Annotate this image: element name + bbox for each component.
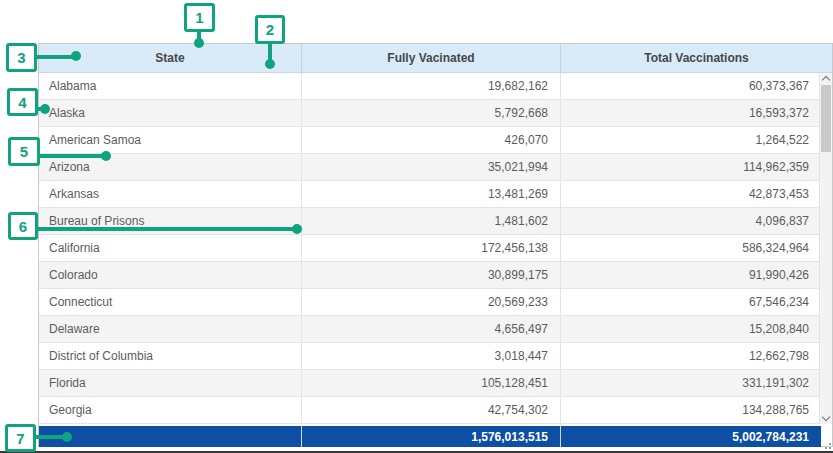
annotation-label: 7 — [16, 430, 24, 447]
cell-state: Alabama — [39, 73, 302, 99]
cell-fully-vaccinated: 4,656,497 — [302, 316, 561, 342]
cell-state: American Samoa — [39, 127, 302, 153]
annotation-label: 5 — [20, 143, 28, 160]
cell-fully-vaccinated: 3,018,447 — [302, 343, 561, 369]
annotation-marker-4: 4 — [7, 88, 38, 116]
annotation-label: 6 — [19, 218, 27, 235]
cell-state: Delaware — [39, 316, 302, 342]
cell-total-vaccinations: 586,324,964 — [561, 235, 821, 261]
cell-state: Florida — [39, 370, 302, 396]
table-row[interactable]: Alaska5,792,66816,593,372 — [39, 100, 821, 127]
annotation-marker-7: 7 — [5, 424, 36, 452]
cell-fully-vaccinated: 5,792,668 — [302, 100, 561, 126]
annotation-marker-6: 6 — [8, 212, 38, 240]
cell-fully-vaccinated: 1,481,602 — [302, 208, 561, 234]
column-header-fully-vaccinated[interactable]: Fully Vacinated — [302, 44, 561, 72]
vaccination-table: State Fully Vacinated Total Vaccinations… — [38, 43, 833, 447]
table-row[interactable]: Florida105,128,451331,191,302 — [39, 370, 821, 397]
annotation-marker-3: 3 — [6, 43, 37, 72]
annotation-connector-5 — [39, 154, 103, 158]
annotation-marker-2: 2 — [255, 15, 285, 44]
total-fully-vaccinated: 1,576,013,515 — [302, 426, 561, 447]
annotation-label: 3 — [17, 49, 25, 66]
annotation-dot-5 — [101, 151, 111, 161]
cell-state: District of Columbia — [39, 343, 302, 369]
annotation-label: 1 — [195, 9, 203, 26]
annotation-label: 2 — [266, 21, 274, 38]
table-row[interactable]: Arizona35,021,994114,962,359 — [39, 154, 821, 181]
cell-state: Alaska — [39, 100, 302, 126]
annotation-dot-6 — [292, 224, 302, 234]
scrollbar-thumb[interactable] — [821, 85, 831, 152]
table-row[interactable]: Arkansas13,481,26942,873,453 — [39, 181, 821, 208]
cell-fully-vaccinated: 20,569,233 — [302, 289, 561, 315]
table-row[interactable]: California172,456,138586,324,964 — [39, 235, 821, 262]
table-row[interactable]: Georgia42,754,302134,288,765 — [39, 397, 821, 424]
cell-total-vaccinations: 134,288,765 — [561, 397, 821, 423]
chevron-down-icon[interactable] — [822, 413, 830, 421]
annotation-marker-5: 5 — [8, 137, 40, 166]
annotation-connector-3 — [36, 55, 74, 59]
table-row[interactable]: American Samoa426,0701,264,522 — [39, 127, 821, 154]
cell-state: California — [39, 235, 302, 261]
cell-state: Colorado — [39, 262, 302, 288]
table-row[interactable]: District of Columbia3,018,44712,662,798 — [39, 343, 821, 370]
annotation-dot-4 — [40, 104, 50, 114]
cell-fully-vaccinated: 35,021,994 — [302, 154, 561, 180]
cell-total-vaccinations: 331,191,302 — [561, 370, 821, 396]
total-total-vaccinations: 5,002,784,231 — [561, 426, 821, 447]
cell-state: Georgia — [39, 397, 302, 423]
cell-total-vaccinations: 12,662,798 — [561, 343, 821, 369]
table-header-row: State Fully Vacinated Total Vaccinations — [39, 44, 832, 73]
annotation-connector-6 — [37, 227, 294, 231]
cell-fully-vaccinated: 30,899,175 — [302, 262, 561, 288]
cell-total-vaccinations: 1,264,522 — [561, 127, 821, 153]
vaccination-table-screenshot: State Fully Vacinated Total Vaccinations… — [0, 0, 833, 453]
annotation-connector-7 — [35, 435, 65, 439]
annotation-marker-1: 1 — [184, 3, 215, 32]
cell-fully-vaccinated: 42,754,302 — [302, 397, 561, 423]
cell-fully-vaccinated: 426,070 — [302, 127, 561, 153]
cell-fully-vaccinated: 19,682,162 — [302, 73, 561, 99]
table-row[interactable]: Alabama19,682,16260,373,367 — [39, 73, 821, 100]
cell-fully-vaccinated: 13,481,269 — [302, 181, 561, 207]
cell-total-vaccinations: 60,373,367 — [561, 73, 821, 99]
total-row-state-cell — [39, 426, 302, 447]
annotation-label: 4 — [18, 94, 26, 111]
table-total-row: 1,576,013,515 5,002,784,231 — [39, 426, 821, 447]
table-row[interactable]: Connecticut20,569,23367,546,234 — [39, 289, 821, 316]
cell-fully-vaccinated: 172,456,138 — [302, 235, 561, 261]
annotation-dot-3 — [71, 51, 81, 61]
cell-state: Arkansas — [39, 181, 302, 207]
annotation-dot-2 — [265, 59, 275, 69]
cell-total-vaccinations: 42,873,453 — [561, 181, 821, 207]
cell-total-vaccinations: 114,962,359 — [561, 154, 821, 180]
table-row[interactable]: Colorado30,899,17591,990,426 — [39, 262, 821, 289]
cell-total-vaccinations: 91,990,426 — [561, 262, 821, 288]
cell-fully-vaccinated: 105,128,451 — [302, 370, 561, 396]
column-header-total-vaccinations[interactable]: Total Vaccinations — [561, 44, 832, 72]
annotation-dot-1 — [194, 38, 204, 48]
vertical-scrollbar[interactable] — [819, 73, 832, 424]
table-body: Alabama19,682,16260,373,367Alaska5,792,6… — [39, 73, 821, 424]
cell-total-vaccinations: 15,208,840 — [561, 316, 821, 342]
cell-total-vaccinations: 4,096,837 — [561, 208, 821, 234]
table-row[interactable]: Delaware4,656,49715,208,840 — [39, 316, 821, 343]
cell-total-vaccinations: 16,593,372 — [561, 100, 821, 126]
annotation-dot-7 — [62, 432, 72, 442]
cell-state: Connecticut — [39, 289, 302, 315]
cell-total-vaccinations: 67,546,234 — [561, 289, 821, 315]
chevron-up-icon[interactable] — [822, 76, 830, 84]
